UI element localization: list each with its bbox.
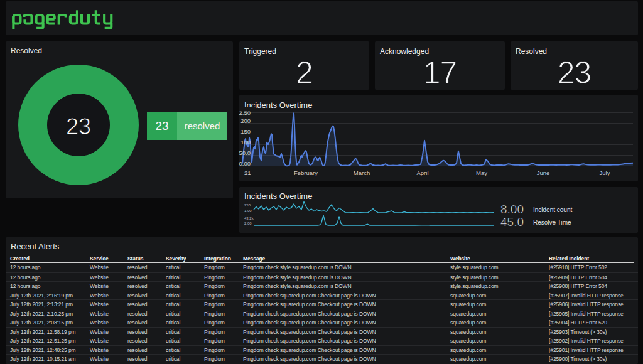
svg-text:0.00: 0.00 xyxy=(239,160,251,167)
svg-text:March: March xyxy=(354,169,370,176)
svg-text:April: April xyxy=(416,169,428,176)
svg-text:100: 100 xyxy=(240,139,251,146)
svg-text:50.0: 50.0 xyxy=(239,149,251,156)
svg-text:255: 255 xyxy=(244,203,251,207)
svg-text:200: 200 xyxy=(240,117,251,124)
svg-text:150: 150 xyxy=(240,128,251,135)
svg-text:July: July xyxy=(600,169,610,176)
svg-text:2.00: 2.00 xyxy=(244,222,252,225)
svg-text:May: May xyxy=(476,169,487,176)
svg-text:43.2k: 43.2k xyxy=(244,217,254,220)
svg-text:1.00: 1.00 xyxy=(244,209,252,213)
svg-text:February: February xyxy=(294,169,318,176)
svg-text:21: 21 xyxy=(244,169,251,176)
svg-text:June: June xyxy=(537,169,550,176)
